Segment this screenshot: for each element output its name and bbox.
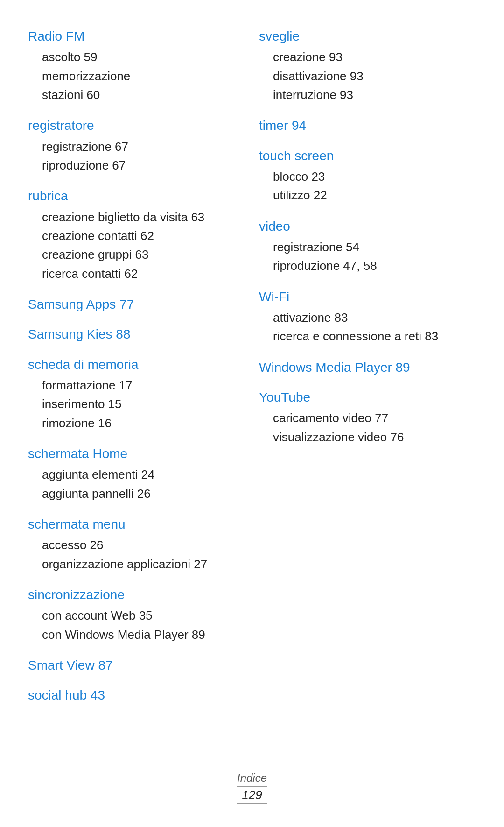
entry-header: timer 94 (259, 117, 476, 134)
entry-header: rubrica (28, 188, 245, 205)
right-column: svegliecreazione 93disattivazione 93inte… (259, 28, 476, 717)
entry-header: video (259, 218, 476, 235)
sub-entry: visualizzazione video 76 (259, 428, 476, 446)
sub-entry: registrazione 54 (259, 238, 476, 256)
sub-entry: utilizzo 22 (259, 186, 476, 205)
sub-entry: creazione 93 (259, 48, 476, 66)
index-entry: schermata menuaccesso 26organizzazione a… (28, 516, 245, 573)
entry-header: schermata Home (28, 445, 245, 462)
index-entry: registratoreregistrazione 67riproduzione… (28, 117, 245, 175)
entry-header: Windows Media Player 89 (259, 359, 476, 376)
index-entry: videoregistrazione 54riproduzione 47, 58 (259, 218, 476, 276)
entry-header: Samsung Apps 77 (28, 296, 245, 313)
index-entry: YouTubecaricamento video 77visualizzazio… (259, 389, 476, 446)
sub-entry: registrazione 67 (28, 137, 245, 156)
sub-entry: rimozione 16 (28, 414, 245, 432)
entry-header: social hub 43 (28, 687, 245, 704)
index-entry: timer 94 (259, 117, 476, 134)
entry-header: YouTube (259, 389, 476, 406)
index-entry: Windows Media Player 89 (259, 359, 476, 376)
index-entry: schermata Homeaggiunta elementi 24aggiun… (28, 445, 245, 503)
sub-entry: accesso 26 (28, 536, 245, 554)
sub-entry: ascolto 59 (28, 48, 245, 66)
sub-entry: con account Web 35 (28, 606, 245, 625)
index-entry: social hub 43 (28, 687, 245, 704)
footer: Indice 129 (0, 771, 504, 804)
sub-entry: organizzazione applicazioni 27 (28, 555, 245, 573)
sub-entry: creazione contatti 62 (28, 226, 245, 245)
sub-entry: creazione biglietto da visita 63 (28, 208, 245, 226)
index-entry: rubricacreazione biglietto da visita 63c… (28, 188, 245, 283)
sub-entry: riproduzione 47, 58 (259, 256, 476, 275)
index-entry: Samsung Apps 77 (28, 296, 245, 313)
index-entry: Wi-Fiattivazione 83ricerca e connessione… (259, 289, 476, 346)
sub-entry: con Windows Media Player 89 (28, 625, 245, 644)
sub-entry: caricamento video 77 (259, 409, 476, 427)
sub-entry: blocco 23 (259, 167, 476, 186)
index-entry: Samsung Kies 88 (28, 326, 245, 343)
sub-entry: inserimento 15 (28, 395, 245, 413)
sub-entry: disattivazione 93 (259, 67, 476, 85)
sub-entry: aggiunta elementi 24 (28, 465, 245, 484)
index-entry: Radio FMascolto 59memorizzazionestazioni… (28, 28, 245, 104)
index-entry: scheda di memoriaformattazione 17inserim… (28, 356, 245, 432)
entry-header: sveglie (259, 28, 476, 45)
page-content: Radio FMascolto 59memorizzazionestazioni… (28, 28, 476, 717)
sub-entry: creazione gruppi 63 (28, 245, 245, 264)
left-column: Radio FMascolto 59memorizzazionestazioni… (28, 28, 259, 717)
entry-header: scheda di memoria (28, 356, 245, 373)
entry-header: Wi-Fi (259, 289, 476, 305)
sub-entry: riproduzione 67 (28, 156, 245, 175)
sub-entry: attivazione 83 (259, 308, 476, 327)
entry-header: Radio FM (28, 28, 245, 45)
sub-entry: formattazione 17 (28, 376, 245, 395)
sub-entry: aggiunta pannelli 26 (28, 484, 245, 503)
entry-header: Samsung Kies 88 (28, 326, 245, 343)
sub-entry: ricerca contatti 62 (28, 264, 245, 283)
entry-header: schermata menu (28, 516, 245, 533)
index-entry: Smart View 87 (28, 657, 245, 674)
footer-label: Indice (0, 771, 504, 785)
sub-entry: stazioni 60 (28, 85, 245, 104)
entry-header: sincronizzazione (28, 587, 245, 603)
entry-header: Smart View 87 (28, 657, 245, 674)
sub-entry: memorizzazione (28, 67, 245, 85)
sub-entry: ricerca e connessione a reti 83 (259, 327, 476, 346)
sub-entry: interruzione 93 (259, 85, 476, 104)
index-entry: sincronizzazionecon account Web 35con Wi… (28, 587, 245, 644)
entry-header: touch screen (259, 148, 476, 164)
footer-page: 129 (237, 786, 267, 804)
index-entry: touch screenblocco 23utilizzo 22 (259, 148, 476, 205)
index-entry: svegliecreazione 93disattivazione 93inte… (259, 28, 476, 104)
entry-header: registratore (28, 117, 245, 134)
